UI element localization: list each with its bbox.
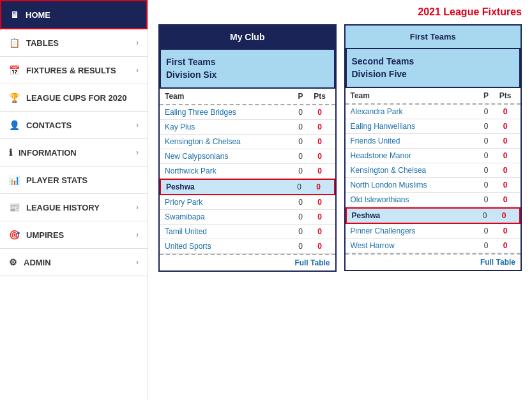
chevron-right-icon: › — [136, 121, 139, 130]
left-col-team-header: Team — [165, 92, 292, 101]
left-division-header: First TeamsDivision Six — [160, 48, 335, 89]
team-pts: 0 — [495, 151, 515, 160]
right-full-table-link[interactable]: Full Table — [480, 258, 515, 267]
team-pts: 0 — [495, 181, 515, 189]
team-p: 0 — [477, 195, 495, 204]
table-row: Kensington & Chelsea 0 0 — [346, 163, 521, 178]
left-col-p-header: P — [292, 92, 310, 101]
left-col-pts-header: Pts — [310, 92, 330, 101]
right-full-table[interactable]: Full Table — [346, 253, 521, 270]
table-row: Ealing Three Bridges 0 0 — [160, 105, 335, 120]
team-pts: 0 — [495, 166, 515, 175]
team-name[interactable]: Kensington & Chelsea — [351, 166, 478, 175]
team-name[interactable]: Headstone Manor — [351, 151, 478, 160]
left-table-header: Team P Pts — [160, 89, 335, 105]
sidebar-item-fixtures[interactable]: 📅 FIXTURES & RESULTS › — [0, 57, 148, 84]
team-name[interactable]: Ealing Hanwellians — [351, 122, 478, 131]
team-p: 0 — [477, 122, 495, 131]
table-row: Headstone Manor 0 0 — [346, 149, 521, 163]
table-row: Old Isleworthians 0 0 — [346, 193, 521, 207]
team-p: 0 — [477, 107, 495, 116]
team-name[interactable]: West Harrow — [351, 241, 478, 250]
team-p: 0 — [292, 242, 310, 251]
team-name[interactable]: United Sports — [165, 242, 292, 251]
team-name[interactable]: Alexandra Park — [351, 107, 478, 116]
table-row: New Calypsonians 0 0 — [160, 149, 335, 164]
team-pts: 0 — [495, 137, 515, 145]
table-row: United Sports 0 0 — [160, 239, 335, 254]
table-row: Priory Park 0 0 — [160, 195, 335, 210]
sidebar-item-label: TABLES — [26, 38, 59, 48]
sidebar-item-label: PLAYER STATS — [26, 175, 87, 185]
team-p: 0 — [292, 137, 310, 146]
sidebar-item-contacts[interactable]: 👤 CONTACTS › — [0, 112, 148, 139]
team-pts: 0 — [310, 167, 330, 175]
table-row: Peshwa 0 0 — [160, 179, 335, 195]
right-panel-header: First Teams — [346, 26, 521, 48]
sidebar-item-umpires[interactable]: 🎯 UMPIRES › — [0, 221, 148, 249]
team-name[interactable]: Swamibapa — [165, 212, 292, 221]
team-p: 0 — [477, 241, 495, 250]
team-pts: 0 — [495, 226, 515, 235]
right-table-rows: Alexandra Park 0 0 Ealing Hanwellians 0 … — [346, 105, 521, 253]
team-pts: 0 — [310, 227, 330, 236]
right-panel: First Teams Second TeamsDivision Five Te… — [344, 24, 522, 271]
team-name[interactable]: Ealing Three Bridges — [165, 108, 292, 117]
team-name[interactable]: Old Isleworthians — [351, 195, 478, 204]
team-name[interactable]: New Calypsonians — [165, 152, 292, 161]
table-row: Swamibapa 0 0 — [160, 210, 335, 225]
team-pts: 0 — [308, 182, 329, 191]
chevron-right-icon: › — [136, 66, 139, 75]
sidebar-item-label: HOME — [26, 10, 50, 20]
sidebar-item-label: UMPIRES — [26, 230, 64, 240]
player-stats-icon: 📊 — [9, 175, 20, 185]
sidebar-item-label: ADMIN — [24, 258, 51, 267]
umpires-icon: 🎯 — [9, 230, 20, 240]
right-col-pts-header: Pts — [495, 91, 515, 100]
right-col-p-header: P — [477, 91, 495, 100]
team-pts: 0 — [310, 122, 330, 131]
team-name[interactable]: Northwick Park — [165, 167, 292, 175]
team-name[interactable]: Peshwa — [352, 211, 476, 220]
chevron-right-icon: › — [136, 38, 139, 47]
contacts-icon: 👤 — [9, 120, 20, 130]
table-row: West Harrow 0 0 — [346, 239, 521, 253]
sidebar-item-tables[interactable]: 📋 TABLES › — [0, 29, 148, 57]
page-title: 2021 League Fixtures — [158, 6, 522, 18]
team-name[interactable]: North London Muslims — [351, 181, 478, 189]
team-pts: 0 — [495, 241, 515, 250]
left-full-table-link[interactable]: Full Table — [294, 258, 330, 267]
team-name[interactable]: Kay Plus — [165, 122, 292, 131]
sidebar-item-league-cups[interactable]: 🏆 LEAGUE CUPS FOR 2020 — [0, 84, 148, 112]
table-row: Alexandra Park 0 0 — [346, 105, 521, 119]
chevron-right-icon: › — [136, 258, 139, 267]
sidebar-item-label: INFORMATION — [19, 148, 77, 158]
team-pts: 0 — [494, 211, 514, 220]
left-table-rows: Ealing Three Bridges 0 0 Kay Plus 0 0 Ke… — [160, 105, 335, 254]
team-name[interactable]: Peshwa — [166, 182, 291, 191]
team-name[interactable]: Pinner Challengers — [351, 226, 478, 235]
sidebar: 🖥 HOME 📋 TABLES ›📅 FIXTURES & RESULTS ›🏆… — [0, 0, 148, 400]
team-name[interactable]: Kensington & Chelsea — [165, 137, 292, 146]
team-p: 0 — [292, 198, 310, 207]
home-icon: 🖥 — [10, 10, 19, 20]
fixtures-icon: 📅 — [9, 65, 20, 75]
sidebar-item-admin[interactable]: ⚙ ADMIN › — [0, 249, 148, 276]
team-name[interactable]: Friends United — [351, 137, 478, 145]
team-pts: 0 — [310, 198, 330, 207]
sidebar-item-home[interactable]: 🖥 HOME — [0, 0, 148, 29]
team-name[interactable]: Priory Park — [165, 198, 292, 207]
sidebar-item-player-stats[interactable]: 📊 PLAYER STATS — [0, 167, 148, 194]
sidebar-item-information[interactable]: ℹ INFORMATION › — [0, 139, 148, 167]
team-p: 0 — [292, 108, 310, 117]
table-row: Ealing Hanwellians 0 0 — [346, 119, 521, 134]
team-name[interactable]: Tamil United — [165, 227, 292, 236]
tables-row: My Club First TeamsDivision Six Team P P… — [158, 24, 522, 272]
team-p: 0 — [292, 152, 310, 161]
left-full-table[interactable]: Full Table — [160, 254, 335, 270]
team-p: 0 — [476, 211, 494, 220]
sidebar-item-league-history[interactable]: 📰 LEAGUE HISTORY › — [0, 194, 148, 221]
team-p: 0 — [477, 181, 495, 189]
team-p: 0 — [292, 167, 310, 175]
main-content: 2021 League Fixtures My Club First Teams… — [148, 0, 532, 400]
